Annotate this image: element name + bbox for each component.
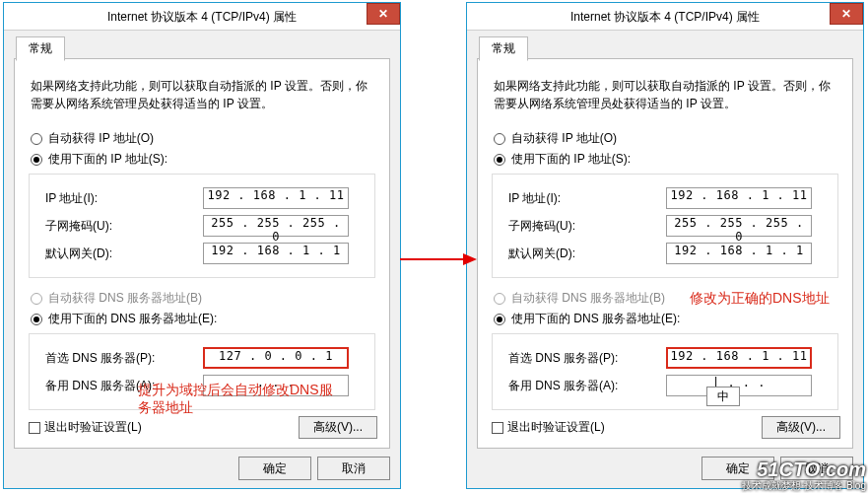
input-dns-alt[interactable]: . . . [203,375,349,396]
radio-auto-dns: 自动获得 DNS 服务器地址(B) [494,290,838,307]
window-title: Internet 协议版本 4 (TCP/IPv4) 属性 [467,3,863,31]
tab-general[interactable]: 常规 [479,36,528,61]
input-ip[interactable]: 192 . 168 . 1 . 11 [203,187,349,209]
radio-icon [494,293,505,305]
label-ip: IP 地址(I): [45,190,203,207]
label-ip: IP 地址(I): [508,190,666,207]
radio-manual-dns[interactable]: 使用下面的 DNS 服务器地址(E): [31,311,375,327]
radio-icon [31,154,42,166]
checkbox-label: 退出时验证设置(L) [507,419,605,436]
radio-manual-dns[interactable]: 使用下面的 DNS 服务器地址(E): [494,311,838,327]
tcpip-dialog-right: Internet 协议版本 4 (TCP/IPv4) 属性 ✕ 常规 如果网络支… [466,2,864,489]
titlebar[interactable]: Internet 协议版本 4 (TCP/IPv4) 属性 ✕ [4,3,400,31]
advanced-button[interactable]: 高级(V)... [762,416,840,439]
close-icon[interactable]: ✕ [367,3,400,25]
radio-icon [31,133,42,145]
dns-fields: 首选 DNS 服务器(P): 192 . 168 . 1 . 11 备用 DNS… [492,333,838,410]
radio-label: 使用下面的 IP 地址(S): [48,151,167,168]
svg-marker-1 [463,253,477,265]
ip-fields: IP 地址(I): 192 . 168 . 1 . 11 子网掩码(U): 25… [492,174,838,278]
cancel-button[interactable]: 取消 [317,457,390,480]
label-dns-alt: 备用 DNS 服务器(A): [508,378,666,394]
description-text: 如果网络支持此功能，则可以获取自动指派的 IP 设置。否则，你需要从网络系统管理… [494,77,836,112]
checkbox-label: 退出时验证设置(L) [44,419,142,436]
radio-manual-ip[interactable]: 使用下面的 IP 地址(S): [31,151,375,168]
input-gateway[interactable]: 192 . 168 . 1 . 1 [203,243,349,264]
label-dns-primary: 首选 DNS 服务器(P): [508,350,666,367]
input-mask[interactable]: 255 . 255 . 255 . 0 [203,215,349,237]
window-title: Internet 协议版本 4 (TCP/IPv4) 属性 [4,3,400,31]
advanced-button[interactable]: 高级(V)... [299,416,377,439]
radio-label: 自动获得 IP 地址(O) [48,130,154,147]
radio-icon [31,293,42,305]
watermark-subtitle: 技术成就梦想·技术博客 Blog [742,480,866,491]
input-mask[interactable]: 255 . 255 . 255 . 0 [666,215,812,237]
label-mask: 子网掩码(U): [508,218,666,235]
radio-label: 自动获得 DNS 服务器地址(B) [511,290,665,307]
tcpip-dialog-left: Internet 协议版本 4 (TCP/IPv4) 属性 ✕ 常规 如果网络支… [3,2,401,489]
radio-label: 自动获得 DNS 服务器地址(B) [48,290,202,307]
ip-fields: IP 地址(I): 192 . 168 . 1 . 11 子网掩码(U): 25… [29,174,375,278]
label-gateway: 默认网关(D): [508,246,666,262]
radio-label: 自动获得 IP 地址(O) [511,130,617,147]
ime-indicator: 中 [706,387,740,406]
tab-panel: 如果网络支持此功能，则可以获取自动指派的 IP 设置。否则，你需要从网络系统管理… [477,58,853,449]
radio-label: 使用下面的 DNS 服务器地址(E): [511,311,680,327]
label-gateway: 默认网关(D): [45,246,203,262]
label-dns-primary: 首选 DNS 服务器(P): [45,350,203,367]
input-dns-primary[interactable]: 192 . 168 . 1 . 11 [666,347,812,369]
radio-icon [494,314,505,325]
arrow-icon [400,252,477,266]
radio-label: 使用下面的 DNS 服务器地址(E): [48,311,217,327]
radio-icon [494,154,505,166]
input-ip[interactable]: 192 . 168 . 1 . 11 [666,187,812,209]
radio-manual-ip[interactable]: 使用下面的 IP 地址(S): [494,151,838,168]
checkbox-validate-exit[interactable]: 退出时验证设置(L) [492,419,605,436]
checkbox-validate-exit[interactable]: 退出时验证设置(L) [29,419,142,436]
radio-auto-dns: 自动获得 DNS 服务器地址(B) [31,290,375,307]
radio-auto-ip[interactable]: 自动获得 IP 地址(O) [494,130,838,147]
label-mask: 子网掩码(U): [45,218,203,235]
checkbox-icon [492,422,503,434]
input-gateway[interactable]: 192 . 168 . 1 . 1 [666,243,812,264]
watermark: 51CTO.com 技术成就梦想·技术博客 Blog [742,458,866,491]
dns-fields: 首选 DNS 服务器(P): 127 . 0 . 0 . 1 备用 DNS 服务… [29,333,375,410]
description-text: 如果网络支持此功能，则可以获取自动指派的 IP 设置。否则，你需要从网络系统管理… [31,77,373,112]
radio-auto-ip[interactable]: 自动获得 IP 地址(O) [31,130,375,147]
tab-panel: 如果网络支持此功能，则可以获取自动指派的 IP 设置。否则，你需要从网络系统管理… [14,58,390,449]
input-dns-primary[interactable]: 127 . 0 . 0 . 1 [203,347,349,369]
watermark-title: 51CTO.com [742,458,866,480]
ok-button[interactable]: 确定 [238,457,311,480]
tab-general[interactable]: 常规 [16,36,65,61]
label-dns-alt: 备用 DNS 服务器(A): [45,378,203,394]
radio-label: 使用下面的 IP 地址(S): [511,151,631,168]
radio-icon [31,314,42,325]
radio-icon [494,133,505,145]
close-icon[interactable]: ✕ [830,3,863,25]
titlebar[interactable]: Internet 协议版本 4 (TCP/IPv4) 属性 ✕ [467,3,863,31]
checkbox-icon [29,422,40,434]
